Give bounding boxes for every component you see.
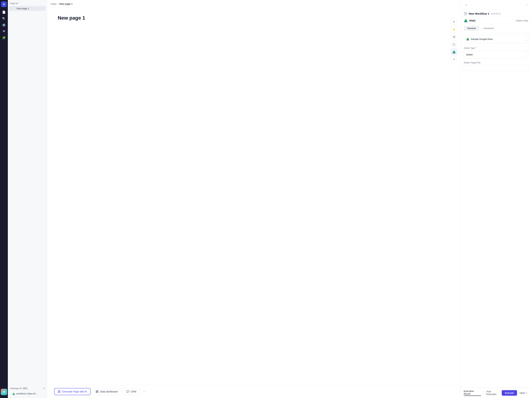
page-area: New page 1 # ⚡ [47, 8, 461, 385]
svg-marker-15 [465, 13, 466, 14]
add-toolbar-btn[interactable]: + [451, 56, 457, 63]
subpage-header-label: Subpage list [10, 387, 22, 390]
google-drive-toolbar-icon [452, 50, 456, 53]
open-chevron-icon: ∧ [526, 392, 527, 394]
connection-field-group: Sample Google Drive ⌃⌄ [464, 35, 529, 43]
panel-footer: Execution Result Auto Execution Execute … [461, 387, 532, 398]
puzzle-nav-icon[interactable]: 🧩 [1, 35, 7, 41]
page-title: New page 1 [58, 15, 450, 21]
open-label: Open [519, 392, 525, 394]
main-content: Hops / New page 1 New page 1 # ⚡ [47, 0, 461, 398]
delete-target-field-group: Delete Target File [464, 62, 529, 71]
workflow-header: New Workflow 1 workflow1 [461, 10, 532, 17]
bottom-toolbar: Generate Page with AI Data dashboard CRM… [47, 385, 461, 398]
panel-expand-button[interactable]: » [464, 2, 469, 7]
subpage-item-workflow1[interactable]: › workflow1 (New W... [10, 392, 45, 396]
tab-general[interactable]: General [464, 26, 479, 31]
svg-rect-11 [97, 391, 98, 392]
panel-header: » ··· [461, 0, 532, 10]
database-nav-icon[interactable] [1, 29, 7, 34]
sidebar-bottom: Subpage list REC + › workflow1 (New W... [8, 384, 47, 398]
action-type-select-arrow: ⌃⌄ [525, 52, 527, 57]
subpage-header: Subpage list REC + [10, 386, 45, 392]
svg-point-1 [454, 36, 455, 36]
panel-more-button[interactable]: ··· [525, 2, 529, 7]
delete-target-label: Delete Target File [464, 62, 529, 64]
svg-point-3 [454, 38, 455, 38]
workflow-icon [464, 12, 467, 15]
icon-bar-bottom: H [1, 389, 7, 397]
dashboard-btn-label: Data dashboard [100, 390, 118, 393]
sidebar-page-icon: 📄 [13, 7, 15, 10]
connection-gdrive-icon [466, 38, 469, 40]
main-toolbar: # ⚡ [451, 19, 457, 63]
action-type-field-group: Action Type* Delete ⌃⌄ [464, 47, 529, 59]
ai-btn-label: Generate Page with AI [62, 390, 87, 393]
execution-result-tab[interactable]: Execution Result [464, 390, 481, 396]
panel-body: Sample Google Drive ⌃⌄ Action Type* Dele… [461, 32, 532, 387]
execute-button[interactable]: Execute [502, 390, 517, 396]
breadcrumb: Hops / New page 1 [47, 0, 461, 8]
crm-icon [126, 390, 129, 393]
hash-toolbar-btn[interactable]: # [451, 19, 457, 25]
sidebar-item-label: New page 1 [17, 7, 29, 10]
delete-target-input[interactable] [464, 65, 529, 71]
right-panel: » ··· New Workflow 1 workflow1 step1 Del… [461, 0, 532, 398]
icon-bar-top: 📄 🔍 ⚙️ 🧩 [1, 9, 7, 388]
required-indicator: * [475, 47, 476, 49]
breadcrumb-parent[interactable]: Hops [51, 2, 57, 5]
auto-execution-control: Auto Execution [482, 390, 502, 396]
svg-rect-13 [97, 392, 98, 393]
data-dashboard-button[interactable]: Data dashboard [92, 388, 121, 395]
subpage-item-label: workflow1 (New W... [16, 392, 37, 395]
generate-page-ai-button[interactable]: Generate Page with AI [54, 388, 90, 395]
lightning-toolbar-btn[interactable]: ⚡ [451, 26, 457, 33]
action-type-select[interactable]: Delete ⌃⌄ [464, 51, 529, 59]
dashboard-icon [96, 390, 99, 393]
app-logo[interactable]: H [1, 1, 7, 7]
open-button[interactable]: Open ∧ [518, 390, 529, 396]
breadcrumb-current: New page 1 [59, 2, 73, 5]
step-header: step1 Delete Step [461, 17, 532, 24]
share-toolbar-btn[interactable] [451, 34, 457, 40]
subpage-rec-icon: REC [22, 387, 28, 390]
sidebar-header: Page list [8, 0, 47, 6]
workflow-subtitle: workflow1 [491, 12, 501, 15]
svg-rect-9 [58, 392, 59, 393]
step-google-drive-icon [464, 19, 468, 22]
step-title: step1 [469, 19, 476, 22]
sidebar-item-new-page-1[interactable]: › 📄 New page 1 [9, 6, 46, 11]
svg-rect-8 [59, 392, 60, 393]
svg-line-4 [454, 37, 455, 38]
subpage-chevron-icon: › [11, 393, 11, 395]
delete-step-button[interactable]: Delete Step [515, 19, 529, 22]
bottom-logo[interactable]: H [1, 389, 7, 395]
search-nav-icon[interactable]: 🔍 [1, 16, 7, 21]
history-toolbar-btn[interactable] [451, 41, 457, 48]
gear-nav-icon[interactable]: ⚙️ [1, 22, 7, 28]
connection-select[interactable]: Sample Google Drive ⌃⌄ [464, 35, 529, 43]
chevron-icon: › [11, 7, 12, 9]
tab-advanced[interactable]: Advanced [480, 26, 497, 31]
svg-line-5 [454, 36, 455, 37]
tab-bar: General Advanced [461, 24, 532, 32]
google-drive-small-icon [12, 392, 15, 395]
auto-execution-checkbox[interactable] [482, 392, 485, 394]
google-drive-toolbar-btn[interactable] [451, 49, 457, 55]
sidebar: Page list › 📄 New page 1 Subpage list RE… [8, 0, 47, 398]
separator [464, 46, 529, 46]
auto-execution-label: Auto Execution [486, 390, 502, 396]
svg-rect-6 [58, 391, 59, 392]
crm-btn-label: CRM [131, 390, 136, 393]
icon-bar: H 📄 🔍 ⚙️ 🧩 H [0, 0, 8, 398]
crm-button[interactable]: CRM [123, 388, 140, 395]
action-type-value: Delete [466, 53, 524, 56]
document-nav-icon[interactable]: 📄 [1, 9, 7, 15]
svg-point-2 [453, 37, 454, 37]
svg-rect-12 [96, 392, 97, 393]
more-btn[interactable]: ··· [141, 389, 147, 394]
connection-select-arrow: ⌃⌄ [525, 37, 527, 42]
svg-rect-7 [59, 391, 60, 392]
connection-value: Sample Google Drive [471, 38, 524, 40]
subpage-add-icon[interactable]: + [43, 387, 45, 390]
